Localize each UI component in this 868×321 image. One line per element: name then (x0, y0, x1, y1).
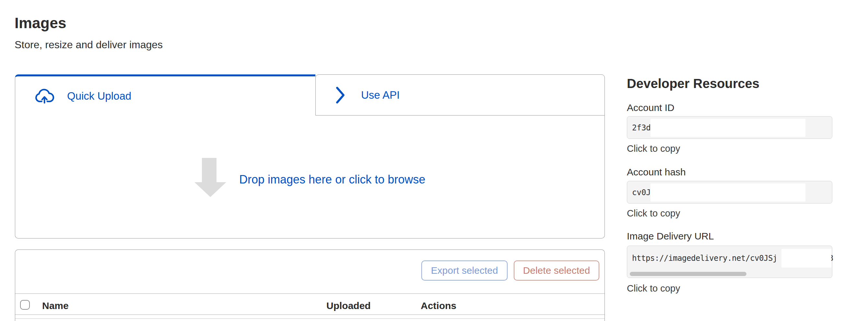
column-header-uploaded: Uploaded (327, 300, 371, 311)
column-header-actions: Actions (421, 300, 456, 311)
account-hash-field[interactable]: cv0J (627, 181, 832, 204)
table-header-top-border (15, 293, 604, 294)
tab-use-api[interactable]: Use API (315, 74, 605, 115)
image-delivery-url-copy-hint: Click to copy (627, 283, 680, 294)
cloud-upload-icon (35, 88, 55, 104)
down-arrow-icon-head (194, 182, 226, 197)
developer-resources-title: Developer Resources (627, 76, 760, 91)
down-arrow-icon (202, 158, 217, 182)
account-hash-value: cv0J (632, 188, 651, 197)
account-hash-redaction (651, 183, 805, 202)
account-id-redaction (651, 119, 805, 137)
image-delivery-url-redaction (781, 249, 831, 268)
table-row-divider (15, 318, 604, 319)
table-header-bottom-border (15, 315, 604, 315)
tab-quick-upload-label: Quick Upload (67, 90, 131, 102)
tab-use-api-label: Use API (361, 89, 400, 101)
chevron-right-icon (335, 86, 345, 104)
account-hash-label: Account hash (627, 167, 686, 178)
delete-selected-button[interactable]: Delete selected (514, 260, 599, 281)
images-page: Images Store, resize and deliver images … (0, 0, 868, 321)
export-selected-label: Export selected (431, 265, 498, 276)
account-id-value: 2f3d (632, 123, 651, 132)
image-delivery-url-field[interactable]: https://imagedelivery.net/cv0JSj 3 (627, 246, 832, 278)
account-id-copy-hint: Click to copy (627, 143, 680, 154)
export-selected-button[interactable]: Export selected (421, 260, 507, 281)
select-all-checkbox[interactable] (20, 300, 30, 310)
account-id-field[interactable]: 2f3d (627, 116, 832, 139)
account-id-label: Account ID (627, 102, 675, 113)
tab-quick-upload[interactable]: Quick Upload (15, 74, 315, 115)
dropzone-label[interactable]: Drop images here or click to browse (239, 173, 425, 186)
account-hash-copy-hint: Click to copy (627, 208, 680, 219)
image-delivery-url-label: Image Delivery URL (627, 231, 714, 242)
page-title: Images (14, 14, 66, 32)
image-delivery-url-value: https://imagedelivery.net/cv0JSj (632, 254, 777, 263)
page-subtitle: Store, resize and deliver images (14, 39, 163, 51)
horizontal-scrollbar-thumb[interactable] (630, 272, 746, 276)
delete-selected-label: Delete selected (523, 265, 590, 276)
column-header-name: Name (42, 300, 69, 311)
